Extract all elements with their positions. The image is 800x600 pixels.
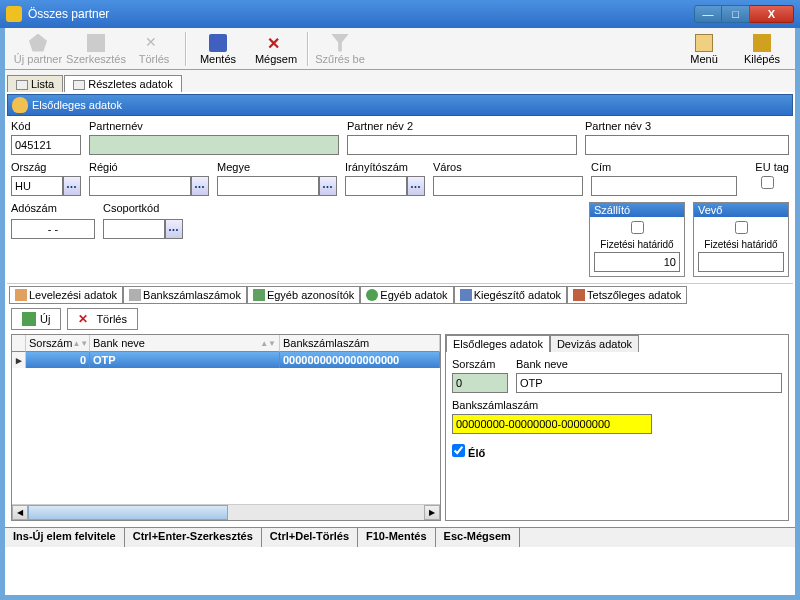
supplier-deadline-input[interactable] (594, 252, 680, 272)
subtab-bank[interactable]: Bankszámlaszámok (123, 286, 247, 304)
new-partner-button: Új partner (9, 30, 67, 68)
close-button[interactable]: X (750, 5, 794, 23)
irszam-label: Irányítószám (345, 161, 425, 173)
row-marker: ▸ (12, 352, 26, 368)
new-row-button[interactable]: Új (11, 308, 61, 330)
csoportkod-lookup[interactable]: ••• (165, 219, 183, 239)
adoszam-input[interactable] (11, 219, 95, 239)
plus-icon (22, 312, 36, 326)
house-icon (15, 289, 27, 301)
scroll-thumb[interactable] (28, 505, 228, 520)
delete-button: ✕ Törlés (125, 30, 183, 68)
regio-label: Régió (89, 161, 209, 173)
partnernev3-label: Partner név 3 (585, 120, 789, 132)
subtab-mail[interactable]: Levelezési adatok (9, 286, 123, 304)
buyer-header: Vevő (694, 203, 788, 217)
delete-row-button[interactable]: ✕Törlés (67, 308, 138, 330)
subtab-otherid[interactable]: Egyéb azonosítók (247, 286, 360, 304)
status-save: F10-Mentés (358, 528, 436, 547)
menu-button[interactable]: Menü (675, 30, 733, 68)
detail-panel: Elsődleges adatok Devizás adatok Sorszám… (445, 334, 789, 521)
subtab-custom[interactable]: Tetszőleges adatok (567, 286, 687, 304)
status-edit: Ctrl+Enter-Szerkesztés (125, 528, 262, 547)
status-del: Ctrl+Del-Törlés (262, 528, 358, 547)
d-banknev-input[interactable] (516, 373, 782, 393)
detail-tab-currency[interactable]: Devizás adatok (550, 335, 639, 352)
status-cancel: Esc-Mégsem (436, 528, 520, 547)
filter-icon (331, 34, 349, 52)
supplier-header: Szállító (590, 203, 684, 217)
person-icon (12, 97, 28, 113)
maximize-button[interactable]: □ (722, 5, 750, 23)
adoszam-label: Adószám (11, 202, 95, 214)
extra-icon (460, 289, 472, 301)
id-icon (253, 289, 265, 301)
main-tabstrip: Lista Részletes adatok (5, 70, 795, 92)
titlebar: Összes partner — □ X (0, 0, 800, 28)
orszag-label: Ország (11, 161, 81, 173)
tab-details[interactable]: Részletes adatok (64, 75, 181, 92)
filter-button: Szűrés be (311, 30, 369, 68)
elo-label[interactable]: Élő (452, 444, 485, 459)
minimize-button[interactable]: — (694, 5, 722, 23)
buyer-group: Vevő Fizetési határidő (693, 202, 789, 277)
scroll-right-button[interactable]: ▶ (424, 505, 440, 520)
save-icon (209, 34, 227, 52)
regio-lookup[interactable]: ••• (191, 176, 209, 196)
supplier-checkbox[interactable] (631, 221, 644, 234)
megye-label: Megye (217, 161, 337, 173)
d-sorszam-input[interactable] (452, 373, 508, 393)
eutag-label: EU tag (745, 161, 789, 173)
varos-input[interactable] (433, 176, 583, 196)
edit-button: Szerkesztés (67, 30, 125, 68)
buyer-checkbox[interactable] (735, 221, 748, 234)
cancel-button[interactable]: ✕ Mégsem (247, 30, 305, 68)
d-banknev-label: Bank neve (516, 358, 782, 370)
partnernev2-label: Partner név 2 (347, 120, 577, 132)
supplier-group: Szállító Fizetési határidő (589, 202, 685, 277)
list-icon (16, 80, 28, 90)
save-button[interactable]: Mentés (189, 30, 247, 68)
table-row[interactable]: ▸ 0 OTP 0000000000000000000 (12, 352, 440, 368)
partnernev2-input[interactable] (347, 135, 577, 155)
bank-grid[interactable]: Sorszám▲▼ Bank neve▲▼ Bankszámlaszám ▸ 0… (11, 334, 441, 521)
csoportkod-input[interactable] (103, 219, 165, 239)
eutag-checkbox[interactable] (761, 176, 774, 189)
csoportkod-label: Csoportkód (103, 202, 183, 214)
exit-button[interactable]: Kilépés (733, 30, 791, 68)
buyer-deadline-input[interactable] (698, 252, 784, 272)
kod-input[interactable] (11, 135, 81, 155)
megye-input[interactable] (217, 176, 319, 196)
status-ins: Ins-Új elem felvitele (5, 528, 125, 547)
d-bankszamla-label: Bankszámlaszám (452, 399, 538, 411)
irszam-lookup[interactable]: ••• (407, 176, 425, 196)
partnernev3-input[interactable] (585, 135, 789, 155)
subtab-other[interactable]: Egyéb adatok (360, 286, 453, 304)
bank-icon (129, 289, 141, 301)
d-sorszam-label: Sorszám (452, 358, 508, 370)
x-icon: ✕ (78, 312, 92, 326)
detail-tab-primary[interactable]: Elsődleges adatok (446, 335, 550, 352)
window-title: Összes partner (28, 7, 694, 21)
details-icon (73, 80, 85, 90)
megye-lookup[interactable]: ••• (319, 176, 337, 196)
partnernev-input[interactable] (89, 135, 339, 155)
elo-checkbox[interactable] (452, 444, 465, 457)
subtabs: Levelezési adatok Bankszámlaszámok Egyéb… (7, 283, 793, 304)
cim-input[interactable] (591, 176, 737, 196)
supplier-deadline-label: Fizetési határidő (594, 239, 680, 250)
delete-icon: ✕ (145, 34, 163, 52)
exit-icon (753, 34, 771, 52)
primary-section-header: Elsődleges adatok (7, 94, 793, 116)
d-bankszamla-input[interactable] (452, 414, 652, 434)
regio-input[interactable] (89, 176, 191, 196)
subtab-extra[interactable]: Kiegészítő adatok (454, 286, 567, 304)
tab-list[interactable]: Lista (7, 75, 63, 92)
kod-label: Kód (11, 120, 81, 132)
irszam-input[interactable] (345, 176, 407, 196)
orszag-lookup[interactable]: ••• (63, 176, 81, 196)
orszag-input[interactable] (11, 176, 63, 196)
scroll-left-button[interactable]: ◀ (12, 505, 28, 520)
custom-icon (573, 289, 585, 301)
grid-hscroll[interactable]: ◀ ▶ (12, 504, 440, 520)
